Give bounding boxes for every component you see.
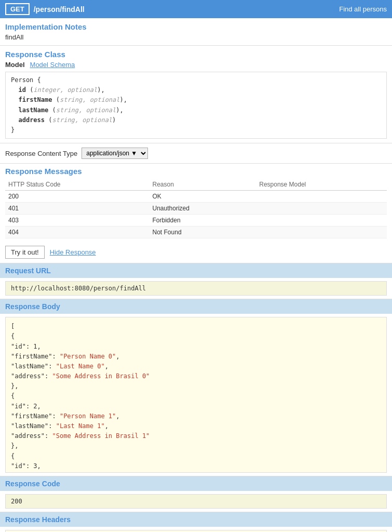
response-messages-section: Response Messages HTTP Status Code Reaso… — [0, 164, 392, 242]
top-bar: GET /person/findAll Find all persons — [0, 0, 392, 18]
model-class-name: Person { — [11, 75, 381, 85]
content-type-row: Response Content Type application/json ▼ — [0, 143, 392, 163]
response-headers-box: { "Date": "Fri, 15 Apr 2016 20:06:37 GMT… — [5, 530, 387, 532]
reason-cell: OK — [150, 191, 256, 203]
method-badge: GET — [5, 3, 30, 15]
model-tabs: Model Model Schema — [5, 61, 387, 69]
model-cell — [256, 191, 387, 203]
hide-response-link[interactable]: Hide Response — [50, 248, 96, 256]
status-code-cell: 200 — [5, 191, 150, 203]
model-field-lastname: lastName (string, optional), — [11, 105, 381, 115]
table-row: 401Unauthorized — [5, 203, 387, 215]
model-cell — [256, 215, 387, 227]
col-response-model: Response Model — [256, 179, 387, 191]
response-code-header: Response Code — [0, 476, 392, 491]
model-schema-box: Person { id (integer, optional), firstNa… — [5, 72, 387, 139]
table-row: 404Not Found — [5, 227, 387, 238]
response-headers-header: Response Headers — [0, 512, 392, 527]
tab-model[interactable]: Model — [5, 61, 25, 69]
try-it-button[interactable]: Try it out! — [5, 246, 45, 259]
reason-cell: Forbidden — [150, 215, 256, 227]
response-messages-title: Response Messages — [5, 167, 387, 176]
find-all-link[interactable]: Find all persons — [339, 5, 387, 13]
tab-model-schema[interactable]: Model Schema — [30, 61, 75, 69]
model-cell — [256, 203, 387, 215]
implementation-notes-section: Implementation Notes findAll — [0, 18, 392, 45]
model-closing: } — [11, 125, 381, 135]
response-body-header: Response Body — [0, 299, 392, 314]
model-field-address: address (string, optional) — [11, 115, 381, 125]
response-body-box[interactable]: [ { "id": 1, "firstName": "Person Name 0… — [5, 317, 387, 473]
col-status-code: HTTP Status Code — [5, 179, 150, 191]
request-url-header: Request URL — [0, 263, 392, 278]
response-code-box: 200 — [5, 494, 387, 509]
content-type-label: Response Content Type — [5, 150, 77, 157]
table-row: 200OK — [5, 191, 387, 203]
model-cell — [256, 227, 387, 238]
status-code-cell: 403 — [5, 215, 150, 227]
content-type-select[interactable]: application/json ▼ — [82, 148, 148, 159]
response-messages-table: HTTP Status Code Reason Response Model 2… — [5, 179, 387, 238]
status-code-cell: 401 — [5, 203, 150, 215]
response-class-title: Response Class — [5, 50, 387, 59]
reason-cell: Unauthorized — [150, 203, 256, 215]
try-it-row: Try it out! Hide Response — [0, 242, 392, 263]
implementation-notes-title: Implementation Notes — [5, 22, 387, 31]
reason-cell: Not Found — [150, 227, 256, 238]
implementation-notes-content: findAll — [5, 33, 387, 41]
model-field-id: id (integer, optional), — [11, 85, 381, 95]
endpoint-path: /person/findAll — [34, 5, 85, 14]
response-class-section: Response Class Model Model Schema Person… — [0, 46, 392, 143]
model-field-firstname: firstName (string, optional), — [11, 95, 381, 105]
table-row: 403Forbidden — [5, 215, 387, 227]
request-url-box: http://localhost:8080/person/findAll — [5, 281, 387, 296]
status-code-cell: 404 — [5, 227, 150, 238]
col-reason: Reason — [150, 179, 256, 191]
